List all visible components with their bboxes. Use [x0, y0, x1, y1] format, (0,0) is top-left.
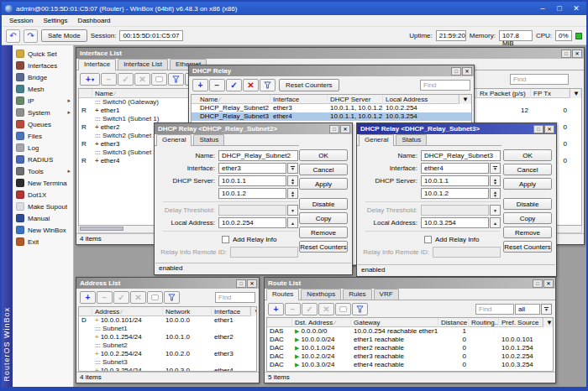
sidebar-item[interactable]: Queues ▸ [13, 118, 73, 130]
dialog-titlebar[interactable]: DHCP Relay <DHCP_Relay_Subnet2> □ ✕ [155, 123, 352, 134]
dialog-button[interactable]: Reset Counters [503, 241, 552, 253]
relay-info-remote-id-field[interactable] [433, 247, 501, 258]
col-dst-address[interactable]: Dst. Address∕ [292, 318, 351, 327]
sidebar-item[interactable]: Quick Set ▸ [13, 48, 73, 60]
sidebar-item[interactable]: Bridge ▸ [13, 71, 73, 83]
tab-status[interactable]: Status [193, 134, 224, 145]
route-row[interactable]: DAC ▶10.0.0.0/24 ether1 reachable 0 10.0… [267, 336, 553, 344]
tab-general[interactable]: General [359, 134, 394, 146]
find-input[interactable] [510, 74, 569, 85]
updown-icon[interactable]: ▲▼ [287, 188, 298, 199]
sidebar-item[interactable]: Make Supout.rif ▸ [13, 201, 73, 212]
dhcp-relay-row[interactable]: DHCP_Relay_Subnet3 ether4 10.0.1.1, 10.0… [192, 112, 471, 121]
local-address-field[interactable] [218, 217, 286, 228]
filter-button[interactable] [168, 73, 184, 86]
sidebar-item[interactable]: New Terminal ▸ [13, 177, 73, 189]
add-button[interactable]: + [192, 79, 208, 91]
dhcp-server-field-1[interactable] [421, 175, 489, 186]
local-address-field[interactable] [421, 217, 489, 228]
dialog-button[interactable]: Reset Counters [299, 241, 348, 253]
sidebar-item[interactable]: RADIUS ▸ [13, 154, 73, 165]
scrollbar-thumb[interactable] [80, 227, 123, 231]
col-interface[interactable]: Interface [212, 307, 250, 316]
comment-button[interactable] [335, 303, 351, 315]
dialog-button[interactable]: Apply [503, 178, 552, 190]
enable-button[interactable]: ✓ [226, 79, 242, 91]
col-network[interactable]: Network [163, 307, 212, 316]
sidebar-item[interactable]: Tools ▸ [13, 165, 73, 177]
dialog-button[interactable]: Cancel [299, 164, 348, 175]
restore-icon[interactable]: □ [236, 279, 246, 288]
add-button[interactable]: +▾ [80, 73, 100, 86]
dialog-button[interactable]: Copy [503, 212, 552, 224]
close-icon[interactable]: ✕ [462, 67, 472, 76]
remove-button[interactable]: − [209, 79, 225, 91]
app-titlebar[interactable]: admin@00:15:5D:01:C5:07 (Router) - WinBo… [2, 2, 586, 15]
col-fp-tx[interactable]: FP Tx [531, 89, 570, 98]
tab-general[interactable]: General [156, 134, 192, 146]
delay-threshold-field[interactable] [421, 205, 489, 216]
dropdown-icon[interactable]: ▼ [287, 163, 298, 174]
address-row[interactable]: +::: Subnet3 [79, 358, 256, 367]
remove-button[interactable]: − [101, 73, 117, 86]
disable-button[interactable]: ✕ [130, 291, 146, 304]
restore-icon[interactable]: □ [329, 125, 339, 133]
remove-button[interactable]: − [97, 291, 113, 304]
col-pref-source[interactable]: Pref. Source [499, 318, 543, 327]
dhcp-relay-titlebar[interactable]: DHCP Relay □ ✕ [189, 65, 474, 76]
up-icon[interactable]: ▲ [287, 217, 298, 228]
restore-icon[interactable]: □ [533, 125, 543, 133]
filter-button[interactable] [260, 79, 276, 91]
name-field[interactable] [421, 150, 501, 161]
enable-button[interactable]: ✓ [302, 303, 318, 315]
tab[interactable]: Interface List [118, 59, 168, 70]
interface-list-titlebar[interactable]: Interface List □ ✕ [76, 48, 584, 59]
dialog-button[interactable]: Remove [299, 227, 348, 238]
route-row[interactable]: DAC ▶10.0.2.0/24 ether3 reachable 0 10.0… [267, 352, 553, 361]
column-chooser-icon[interactable]: ▼ [459, 95, 471, 104]
col-name[interactable]: Name∕ [192, 95, 270, 104]
dhcp-server-field-2[interactable] [218, 188, 286, 199]
menu-dashboard[interactable]: Dashboard [73, 16, 114, 25]
undo-icon[interactable]: ↶ [6, 29, 20, 43]
address-row[interactable]: +::: Subnet2 [79, 341, 256, 350]
dhcp-server-field-2[interactable] [421, 188, 489, 199]
sidebar-item[interactable]: Exit ▸ [13, 236, 73, 248]
col-local-address[interactable]: Local Address [383, 95, 459, 104]
updown-icon[interactable]: ▲▼ [490, 175, 501, 186]
remove-button[interactable]: − [285, 303, 301, 315]
close-icon[interactable]: ✕ [544, 125, 554, 133]
dialog-button[interactable]: Apply [299, 178, 348, 190]
column-chooser-icon[interactable]: ▼ [543, 318, 553, 327]
sidebar-item[interactable]: Mesh ▸ [13, 83, 73, 95]
delay-threshold-field[interactable] [218, 205, 286, 216]
comment-button[interactable] [147, 291, 163, 304]
dropdown-icon[interactable]: ▼ [490, 163, 501, 174]
find-input[interactable] [215, 292, 255, 303]
close-icon[interactable]: ✕ [572, 50, 582, 58]
filter-button[interactable] [352, 303, 368, 315]
col-gateway[interactable]: Gateway [351, 318, 438, 327]
tab[interactable]: VRF [374, 289, 399, 300]
dialog-button[interactable]: Cancel [503, 164, 552, 175]
interface-field[interactable] [218, 163, 286, 174]
route-row[interactable]: DAC ▶10.0.1.0/24 ether2 reachable 0 10.0… [267, 344, 553, 352]
address-row[interactable]: D +10.0.0.101/24 10.0.0.0 ether1 [79, 316, 256, 325]
disable-button[interactable]: ✕ [243, 79, 259, 91]
address-row[interactable]: +10.0.1.254/24 10.0.1.0 ether2 [79, 333, 256, 341]
close-icon[interactable]: ✕ [571, 3, 581, 13]
interface-field[interactable] [421, 163, 489, 174]
route-row[interactable]: DAC ▶10.0.3.0/24 ether4 reachable 0 10.0… [267, 361, 553, 369]
session-value[interactable]: 00:15:5D:01:C5:07 [119, 30, 183, 41]
find-input[interactable] [420, 80, 470, 91]
up-icon[interactable]: ▲ [490, 217, 501, 228]
sidebar-item[interactable]: Files ▸ [13, 130, 73, 142]
sidebar-item[interactable]: IP ▸ [13, 95, 73, 107]
maximize-icon[interactable]: □ [554, 3, 564, 13]
tab[interactable]: Routes [266, 289, 299, 300]
restore-icon[interactable]: □ [533, 279, 543, 288]
restore-icon[interactable]: □ [561, 50, 571, 58]
dropdown-icon[interactable]: ▼ [287, 205, 298, 216]
dialog-button[interactable]: Remove [503, 227, 552, 238]
col-distance[interactable]: Distance [438, 318, 469, 327]
